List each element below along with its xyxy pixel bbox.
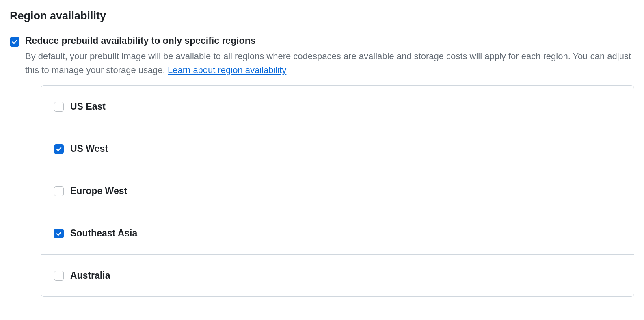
region-label: Australia <box>70 270 110 281</box>
learn-about-region-link[interactable]: Learn about region availability <box>168 65 286 75</box>
reduce-prebuild-label: Reduce prebuild availability to only spe… <box>25 35 634 46</box>
regions-list: US EastUS WestEurope WestSoutheast AsiaA… <box>41 85 634 297</box>
region-checkbox-southeast-asia[interactable] <box>54 229 64 238</box>
section-title: Region availability <box>10 10 634 22</box>
region-checkbox-us-west[interactable] <box>54 144 64 154</box>
region-checkbox-europe-west[interactable] <box>54 186 64 196</box>
region-item-us-west[interactable]: US West <box>41 128 634 170</box>
region-item-us-east[interactable]: US East <box>41 86 634 128</box>
region-checkbox-us-east[interactable] <box>54 102 64 112</box>
region-label: US East <box>70 101 106 112</box>
check-icon <box>56 230 62 237</box>
check-icon <box>56 146 62 152</box>
description-text: By default, your prebuilt image will be … <box>25 51 631 75</box>
region-item-europe-west[interactable]: Europe West <box>41 170 634 212</box>
reduce-prebuild-checkbox[interactable] <box>10 37 19 47</box>
reduce-prebuild-option: Reduce prebuild availability to only spe… <box>10 35 634 297</box>
region-label: US West <box>70 143 108 154</box>
region-checkbox-australia[interactable] <box>54 271 64 281</box>
region-label: Europe West <box>70 186 127 197</box>
region-item-southeast-asia[interactable]: Southeast Asia <box>41 212 634 255</box>
check-icon <box>11 39 18 45</box>
region-item-australia[interactable]: Australia <box>41 255 634 296</box>
reduce-prebuild-description: By default, your prebuilt image will be … <box>25 50 634 77</box>
region-label: Southeast Asia <box>70 228 137 239</box>
